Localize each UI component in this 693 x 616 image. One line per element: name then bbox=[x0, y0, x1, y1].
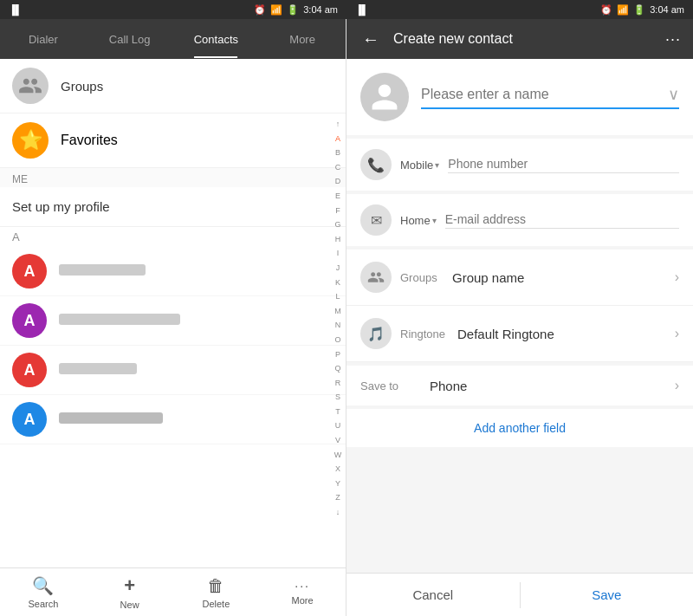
email-type-select[interactable]: Home ▾ bbox=[400, 214, 437, 227]
add-field-row[interactable]: Add another field bbox=[346, 409, 693, 447]
alpha-O[interactable]: O bbox=[334, 335, 340, 345]
tab-contacts[interactable]: Contacts bbox=[173, 21, 260, 58]
nav-delete-label: Delete bbox=[202, 599, 230, 609]
status-bar-right: ▐▌ ⏰ 📶 🔋 3:04 am bbox=[346, 0, 693, 19]
alpha-S[interactable]: S bbox=[335, 392, 340, 402]
alpha-Z[interactable]: Z bbox=[335, 493, 340, 503]
alpha-L[interactable]: L bbox=[335, 292, 340, 302]
back-button[interactable]: ← bbox=[359, 26, 383, 53]
alpha-up-arrow[interactable]: ↑ bbox=[336, 120, 340, 129]
tab-dialer[interactable]: Dialer bbox=[0, 21, 87, 58]
alpha-X[interactable]: X bbox=[335, 464, 340, 474]
alpha-D[interactable]: D bbox=[335, 177, 341, 186]
name-input-row: ∨ bbox=[421, 85, 679, 109]
contact-photo-placeholder[interactable] bbox=[360, 73, 409, 121]
alpha-A[interactable]: A bbox=[335, 134, 340, 144]
battery-icon: 🔋 bbox=[287, 4, 299, 16]
nav-more[interactable]: ··· More bbox=[259, 579, 346, 606]
contact-avatar-3: A bbox=[12, 353, 47, 387]
status-bar-left-icons: ▐▌ bbox=[9, 4, 23, 15]
bottom-actions: Cancel Save bbox=[346, 573, 693, 616]
save-to-value: Phone bbox=[430, 379, 675, 393]
signal-icon: ▐▌ bbox=[9, 4, 23, 15]
contact-name-3 bbox=[59, 363, 137, 377]
page-title: Create new contact bbox=[393, 31, 655, 47]
groups-field-row[interactable]: Groups Group name › bbox=[346, 250, 693, 306]
ringtone-field-row[interactable]: 🎵 Ringtone Default Ringtone › bbox=[346, 306, 693, 362]
alpha-P[interactable]: P bbox=[335, 350, 340, 360]
alpha-R[interactable]: R bbox=[335, 379, 341, 388]
nav-search[interactable]: 🔍 Search bbox=[0, 575, 87, 609]
alpha-M[interactable]: M bbox=[334, 307, 341, 316]
setup-profile-item[interactable]: Set up my profile bbox=[0, 187, 346, 227]
alpha-K[interactable]: K bbox=[335, 278, 340, 288]
alpha-C[interactable]: C bbox=[335, 163, 341, 172]
alpha-a-label: A bbox=[0, 227, 346, 247]
groups-avatar bbox=[12, 68, 49, 104]
battery-icon-right: 🔋 bbox=[633, 4, 645, 16]
alpha-E[interactable]: E bbox=[335, 191, 340, 201]
contact-item[interactable]: A bbox=[0, 346, 346, 395]
more-icon: ··· bbox=[295, 579, 310, 593]
email-field-section: ✉ Home ▾ bbox=[346, 194, 693, 246]
bottom-nav: 🔍 Search + New 🗑 Delete ··· More bbox=[0, 567, 346, 616]
phone-type-chevron: ▾ bbox=[435, 160, 439, 170]
ringtone-chevron-icon: › bbox=[675, 326, 679, 341]
alpha-U[interactable]: U bbox=[335, 421, 341, 431]
contact-avatar-4: A bbox=[12, 402, 47, 437]
expand-name-icon[interactable]: ∨ bbox=[668, 85, 679, 104]
groups-field-label: Groups bbox=[400, 271, 452, 284]
favorites-avatar: ⭐ bbox=[12, 122, 49, 159]
phone-icon: 📞 bbox=[360, 149, 392, 180]
alarm-icon: ⏰ bbox=[254, 4, 266, 16]
alpha-I[interactable]: I bbox=[337, 249, 340, 258]
save-button[interactable]: Save bbox=[521, 575, 694, 614]
create-contact-form: ∨ 📞 Mobile ▾ ✉ Home ▾ bbox=[346, 59, 693, 573]
status-bar-right-right: ⏰ 📶 🔋 3:04 am bbox=[600, 4, 684, 16]
nav-new[interactable]: + New bbox=[87, 574, 173, 610]
alpha-H[interactable]: H bbox=[335, 235, 341, 244]
nav-more-label: More bbox=[292, 595, 314, 606]
phone-field-row: 📞 Mobile ▾ bbox=[346, 139, 693, 191]
alpha-Q[interactable]: Q bbox=[334, 364, 340, 373]
tab-more[interactable]: More bbox=[259, 21, 346, 58]
cancel-button[interactable]: Cancel bbox=[346, 575, 520, 614]
status-bar-left: ▐▌ ⏰ 📶 🔋 3:04 am bbox=[0, 0, 346, 19]
alpha-V[interactable]: V bbox=[335, 436, 340, 445]
alpha-down-arrow[interactable]: ↓ bbox=[336, 508, 340, 517]
more-options-button[interactable]: ··· bbox=[665, 30, 681, 49]
contact-item[interactable]: A bbox=[0, 296, 346, 346]
alpha-F[interactable]: F bbox=[335, 206, 340, 216]
search-icon: 🔍 bbox=[32, 575, 54, 596]
alpha-N[interactable]: N bbox=[335, 321, 341, 330]
favorites-item[interactable]: ⭐ Favorites bbox=[0, 113, 346, 168]
save-to-row[interactable]: Save to Phone › bbox=[346, 366, 693, 405]
phone-input[interactable] bbox=[448, 157, 679, 173]
alpha-Y[interactable]: Y bbox=[335, 479, 340, 489]
avatar-name-row: ∨ bbox=[346, 59, 693, 135]
groups-field-value: Group name bbox=[452, 270, 675, 285]
alpha-W[interactable]: W bbox=[334, 451, 342, 460]
email-icon: ✉ bbox=[360, 204, 392, 236]
email-input[interactable] bbox=[445, 212, 679, 229]
contact-item[interactable]: A bbox=[0, 395, 346, 444]
phone-type-select[interactable]: Mobile ▾ bbox=[400, 159, 439, 172]
contact-name-4 bbox=[59, 412, 163, 426]
groups-item[interactable]: Groups bbox=[0, 59, 346, 113]
status-bar-right-left: ⏰ 📶 🔋 3:04 am bbox=[254, 4, 338, 16]
tab-calllog[interactable]: Call Log bbox=[87, 21, 173, 58]
alpha-T[interactable]: T bbox=[335, 407, 340, 417]
alpha-J[interactable]: J bbox=[336, 263, 340, 273]
alpha-B[interactable]: B bbox=[335, 148, 340, 158]
status-bar-signal-right: ▐▌ bbox=[355, 4, 369, 15]
name-input[interactable] bbox=[421, 87, 668, 102]
ringtone-field-label: Ringtone bbox=[400, 327, 452, 340]
nav-search-label: Search bbox=[28, 599, 58, 609]
signal-bars-icon: ▐▌ bbox=[355, 4, 369, 15]
contact-name-2 bbox=[59, 314, 180, 327]
email-type-chevron: ▾ bbox=[432, 216, 437, 225]
nav-delete[interactable]: 🗑 Delete bbox=[173, 576, 260, 609]
phone-field-section: 📞 Mobile ▾ bbox=[346, 139, 693, 191]
alpha-G[interactable]: G bbox=[334, 220, 340, 230]
contact-item[interactable]: A bbox=[0, 247, 346, 296]
